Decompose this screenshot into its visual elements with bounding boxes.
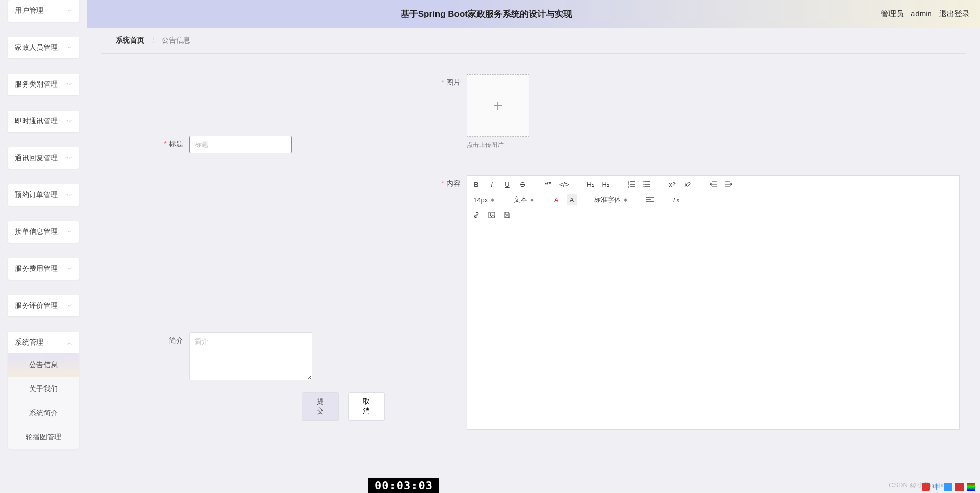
menu-order-mgmt[interactable]: 预约订单管理 ﹀: [8, 184, 79, 206]
header-bar: 基于Spring Boot家政服务系统的设计与实现 管理员 admin 退出登录: [87, 0, 980, 28]
ime-icon[interactable]: [922, 483, 930, 491]
breadcrumb-current: 公告信息: [162, 36, 190, 44]
breadcrumb-sep-icon: ⋮: [149, 36, 157, 44]
menu-service-type[interactable]: 服务类别管理 ﹀: [8, 74, 79, 95]
recording-timer: 00:03:03: [368, 478, 439, 493]
submenu-system: 公告信息 关于我们 系统简介 轮播图管理: [8, 353, 79, 449]
menu-reply-mgmt[interactable]: 通讯回复管理 ﹀: [8, 147, 79, 169]
dropdown-icon: ◆: [491, 197, 494, 202]
menu-accept-mgmt[interactable]: 接单信息管理 ﹀: [8, 221, 79, 243]
tray-icon[interactable]: [944, 483, 952, 491]
menu-label: 预约订单管理: [15, 190, 58, 200]
h1-icon[interactable]: H₁: [585, 179, 596, 190]
bg-color-icon[interactable]: A: [567, 194, 577, 205]
cancel-button[interactable]: 取消: [348, 392, 385, 421]
menu-label: 家政人员管理: [15, 43, 58, 52]
dropdown-icon: ◆: [530, 197, 534, 202]
clear-format-icon[interactable]: Tx: [670, 194, 681, 205]
font-value: 标准字体: [594, 195, 621, 204]
menu-user-mgmt[interactable]: 用户管理 ﹀: [8, 0, 79, 22]
align-icon[interactable]: [645, 194, 655, 205]
indent-icon[interactable]: [724, 179, 734, 190]
rich-text-editor: B I U S ❝❞ </> H₁ H₂ 123: [467, 175, 960, 430]
chevron-down-icon: ﹀: [67, 7, 72, 15]
submenu-notice[interactable]: 公告信息: [8, 353, 79, 377]
label-image: 图片: [416, 74, 467, 149]
svg-point-3: [643, 181, 644, 182]
chevron-up-icon: ︿: [67, 339, 72, 347]
chevron-down-icon: ﹀: [67, 118, 72, 125]
dropdown-icon: ◆: [624, 197, 627, 202]
menu-system-mgmt[interactable]: 系统管理 ︿: [8, 332, 79, 353]
title-input[interactable]: [189, 136, 292, 153]
tray-icon[interactable]: [955, 483, 964, 491]
tray-icon[interactable]: [967, 483, 975, 491]
submenu-carousel[interactable]: 轮播图管理: [8, 425, 79, 449]
menu-fee-mgmt[interactable]: 服务费用管理 ﹀: [8, 258, 79, 280]
svg-text:3: 3: [628, 185, 629, 188]
code-icon[interactable]: </>: [558, 179, 570, 190]
save-icon[interactable]: [502, 209, 512, 221]
submenu-intro[interactable]: 系统简介: [8, 401, 79, 425]
quote-icon[interactable]: ❝❞: [543, 179, 553, 190]
font-select[interactable]: 标准字体 ◆: [592, 195, 629, 204]
menu-staff-mgmt[interactable]: 家政人员管理 ﹀: [8, 37, 79, 58]
image-upload-box[interactable]: ＋: [467, 74, 529, 137]
breadcrumb-home[interactable]: 系统首页: [116, 36, 144, 44]
bold-icon[interactable]: B: [471, 179, 482, 190]
user-role: 管理员: [881, 9, 904, 18]
editor-toolbar: B I U S ❝❞ </> H₁ H₂ 123: [467, 176, 959, 224]
fontsize-value: 14px: [473, 196, 488, 204]
strike-icon[interactable]: S: [517, 179, 528, 190]
menu-label: 服务类别管理: [15, 80, 58, 89]
submit-button[interactable]: 提交: [302, 392, 339, 421]
logout-link[interactable]: 退出登录: [939, 9, 970, 18]
svg-point-5: [643, 186, 644, 187]
outdent-icon[interactable]: [708, 179, 718, 190]
menu-im-mgmt[interactable]: 即时通讯管理 ﹀: [8, 111, 79, 132]
form-left-column: 标题 简介 提交 取消: [107, 74, 385, 440]
h2-icon[interactable]: H₂: [601, 179, 611, 190]
page-title: 基于Spring Boot家政服务系统的设计与实现: [97, 8, 876, 20]
breadcrumb: 系统首页 ⋮ 公告信息: [101, 28, 966, 54]
header-user-area: 管理员 admin 退出登录: [876, 9, 970, 19]
bullet-list-icon[interactable]: [642, 179, 652, 190]
taskbar-icons: 中: [922, 483, 975, 491]
paragraph-value: 文本: [514, 195, 527, 204]
menu-label: 服务费用管理: [15, 264, 58, 273]
chevron-down-icon: ﹀: [67, 265, 72, 273]
user-name: admin: [911, 9, 932, 18]
row-image: 图片 ＋ 点击上传图片: [416, 74, 960, 149]
underline-icon[interactable]: U: [502, 179, 512, 190]
chevron-down-icon: ﹀: [67, 191, 72, 199]
paragraph-select[interactable]: 文本 ◆: [512, 195, 536, 204]
label-title: 标题: [138, 136, 189, 153]
label-content: 内容: [416, 175, 467, 430]
text-color-icon[interactable]: A: [551, 194, 561, 205]
image-icon[interactable]: [487, 209, 497, 221]
superscript-icon[interactable]: x2: [683, 179, 693, 190]
italic-icon[interactable]: I: [487, 179, 497, 190]
menu-label: 用户管理: [15, 6, 43, 15]
row-content: 内容 B I U S ❝❞ </> H₁ H₂: [416, 175, 960, 430]
svg-point-4: [643, 184, 644, 185]
fontsize-select[interactable]: 14px ◆: [471, 196, 496, 204]
menu-review-mgmt[interactable]: 服务评价管理 ﹀: [8, 295, 79, 316]
main-content: 基于Spring Boot家政服务系统的设计与实现 管理员 admin 退出登录…: [87, 0, 980, 493]
button-row: 提交 取消: [138, 392, 385, 421]
chevron-down-icon: ﹀: [67, 44, 72, 52]
link-icon[interactable]: [471, 209, 482, 221]
submenu-about[interactable]: 关于我们: [8, 377, 79, 401]
menu-label: 接单信息管理: [15, 227, 58, 237]
intro-textarea[interactable]: [189, 332, 312, 380]
chevron-down-icon: ﹀: [67, 155, 72, 162]
tray-icon[interactable]: 中: [933, 483, 941, 491]
editor-content-area[interactable]: [467, 224, 959, 429]
chevron-down-icon: ﹀: [67, 302, 72, 310]
upload-hint: 点击上传图片: [467, 141, 960, 149]
subscript-icon[interactable]: x2: [667, 179, 678, 190]
menu-label: 通讯回复管理: [15, 154, 58, 163]
form-area: 标题 简介 提交 取消 图片 ＋: [87, 54, 980, 450]
ordered-list-icon[interactable]: 123: [626, 179, 637, 190]
chevron-down-icon: ﹀: [67, 228, 72, 236]
